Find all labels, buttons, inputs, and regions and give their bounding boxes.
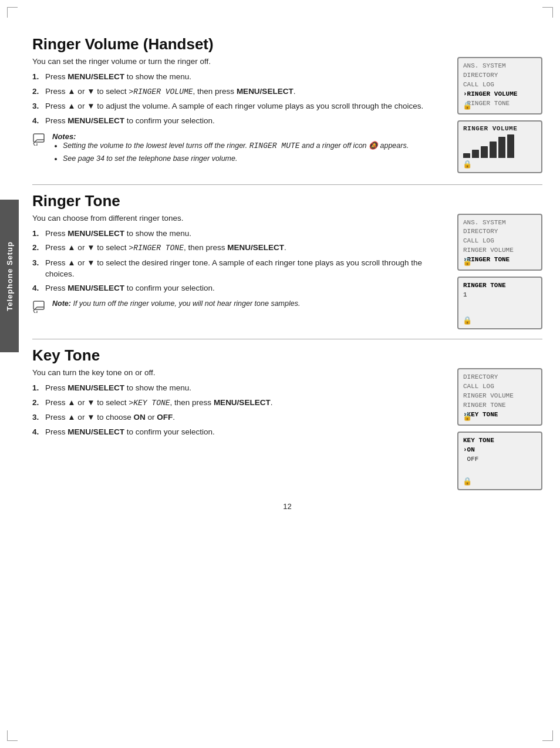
- ringer-tone-screenshots: ANS. SYSTEM DIRECTORY CALL LOG RINGER VO…: [457, 214, 542, 330]
- ringer-volume-instructions: You can set the ringer volume or turn th…: [32, 57, 447, 175]
- rt-screen1-line5: ›RINGER TONE: [463, 255, 537, 265]
- ringer-tone-step-1: 1. Press MENU/SELECT to show the menu.: [32, 228, 447, 240]
- notes-label: Notes:: [52, 132, 76, 141]
- note-pencil-icon: [32, 133, 49, 146]
- kt-screen2-off: OFF: [463, 455, 537, 464]
- ringer-tone-note: Note: If you turn off the ringer volume,…: [52, 299, 300, 309]
- key-tone-desc: You can turn the key tone on or off.: [32, 368, 447, 377]
- ringer-tone-section: Ringer Tone You can choose from differen…: [32, 192, 542, 330]
- ringer-tone-body: You can choose from different ringer ton…: [32, 214, 542, 330]
- ringer-tone-step-4: 4. Press MENU/SELECT to confirm your sel…: [32, 283, 447, 294]
- bullet-1: Setting the volume to the lowest level t…: [63, 141, 409, 151]
- bar-6: [507, 134, 514, 158]
- kt-screen2-on: ›ON: [463, 446, 537, 455]
- rt-screen2-title: RINGER TONE: [463, 281, 537, 291]
- ringer-tone-note-block: Note: If you turn off the ringer volume,…: [32, 299, 447, 313]
- sidebar-tab: Telephone Setup: [0, 200, 19, 352]
- rt-screen1-line3: CALL LOG: [463, 237, 537, 246]
- ringer-tone-screen1: ANS. SYSTEM DIRECTORY CALL LOG RINGER VO…: [457, 214, 542, 271]
- bar-5: [498, 137, 505, 158]
- screen1-line2: DIRECTORY: [463, 71, 537, 80]
- volume-bar-chart: [463, 134, 537, 158]
- page: Telephone Setup Ringer Volume (Handset) …: [0, 0, 560, 748]
- key-tone-screen2: KEY TONE ›ON OFF 🔒: [457, 432, 542, 490]
- ringer-volume-bullets: Setting the volume to the lowest level t…: [52, 141, 409, 164]
- ringer-tone-step-3: 3. Press ▲ or ▼ to select the desired ri…: [32, 258, 447, 280]
- note-pencil-icon-2: [32, 300, 49, 313]
- ringer-volume-screenshots: ANS. SYSTEM DIRECTORY CALL LOG ›RINGER V…: [457, 57, 542, 175]
- corner-mark-br: [542, 730, 553, 741]
- ringer-tone-steps: 1. Press MENU/SELECT to show the menu. 2…: [32, 228, 447, 295]
- kt-screen1-line4: RINGER TONE: [463, 401, 537, 410]
- screen1-line1: ANS. SYSTEM: [463, 62, 537, 71]
- bar-1: [463, 153, 470, 158]
- rt-screen2-value: 1: [463, 291, 537, 300]
- key-tone-screen1: DIRECTORY CALL LOG RINGER VOLUME RINGER …: [457, 368, 542, 426]
- kt-screen1-line1: DIRECTORY: [463, 373, 537, 382]
- bar-4: [490, 141, 497, 158]
- bar-3: [481, 146, 488, 158]
- main-content: Ringer Volume (Handset) You can set the …: [32, 23, 542, 511]
- ringer-tone-step-2: 2. Press ▲ or ▼ to select >RINGER TONE, …: [32, 242, 447, 254]
- key-tone-step-4: 4. Press MENU/SELECT to confirm your sel…: [32, 427, 447, 438]
- ringer-volume-step-1: 1. Press MENU/SELECT to show the menu.: [32, 72, 447, 83]
- key-tone-screenshots: DIRECTORY CALL LOG RINGER VOLUME RINGER …: [457, 368, 542, 490]
- svg-rect-0: [33, 134, 44, 142]
- ringer-volume-desc: You can set the ringer volume or turn th…: [32, 57, 447, 66]
- key-tone-body: You can turn the key tone on or off. 1. …: [32, 368, 542, 490]
- key-tone-step-2: 2. Press ▲ or ▼ to select >KEY TONE, the…: [32, 397, 447, 409]
- ringer-volume-notes-content: Notes: Setting the volume to the lowest …: [52, 132, 409, 169]
- sidebar-label: Telephone Setup: [5, 241, 14, 311]
- key-tone-steps: 1. Press MENU/SELECT to show the menu. 2…: [32, 383, 447, 438]
- divider-1: [32, 184, 542, 185]
- divider-2: [32, 339, 542, 339]
- lock-icon-2: 🔒: [463, 160, 472, 169]
- ringer-volume-title: Ringer Volume (Handset): [32, 35, 542, 53]
- key-tone-section: Key Tone You can turn the key tone on or…: [32, 346, 542, 490]
- rt-screen1-line2: DIRECTORY: [463, 227, 537, 237]
- key-tone-step-1: 1. Press MENU/SELECT to show the menu.: [32, 383, 447, 394]
- screen1-line4: ›RINGER VOLUME: [463, 90, 537, 99]
- key-tone-instructions: You can turn the key tone on or off. 1. …: [32, 368, 447, 490]
- kt-screen2-title: KEY TONE: [463, 436, 537, 446]
- bar-2: [472, 150, 479, 158]
- ringer-volume-steps: 1. Press MENU/SELECT to show the menu. 2…: [32, 72, 447, 127]
- ringer-tone-instructions: You can choose from different ringer ton…: [32, 214, 447, 330]
- ringer-volume-step-2: 2. Press ▲ or ▼ to select >RINGER VOLUME…: [32, 86, 447, 97]
- ringer-tone-desc: You can choose from different ringer ton…: [32, 214, 447, 223]
- corner-mark-bl: [7, 730, 18, 741]
- lock-icon-6: 🔒: [463, 477, 472, 486]
- kt-screen1-line2: CALL LOG: [463, 382, 537, 392]
- corner-mark-tl: [7, 7, 18, 18]
- rt-screen1-line4: RINGER VOLUME: [463, 246, 537, 255]
- key-tone-title: Key Tone: [32, 346, 542, 365]
- lock-icon-1: 🔒: [463, 101, 472, 110]
- ringer-volume-step-4: 4. Press MENU/SELECT to confirm your sel…: [32, 116, 447, 127]
- key-tone-step-3: 3. Press ▲ or ▼ to choose ON or OFF.: [32, 412, 447, 423]
- lock-icon-4: 🔒: [463, 316, 472, 325]
- ringer-volume-screen1: ANS. SYSTEM DIRECTORY CALL LOG ›RINGER V…: [457, 57, 542, 114]
- kt-screen1-line5: ›KEY TONE: [463, 410, 537, 420]
- screen1-line5: RINGER TONE: [463, 99, 537, 109]
- ringer-volume-screen2: RINGER VOLUME 🔒: [457, 120, 542, 173]
- ringer-tone-screen2: RINGER TONE 1 🔒: [457, 277, 542, 329]
- bullet-2: See page 34 to set the telephone base ri…: [63, 154, 409, 164]
- lock-icon-5: 🔒: [463, 412, 472, 422]
- ringer-volume-notes-block: Notes: Setting the volume to the lowest …: [32, 132, 447, 169]
- lock-icon-3: 🔒: [463, 257, 472, 267]
- kt-screen1-line3: RINGER VOLUME: [463, 392, 537, 401]
- page-number: 12: [32, 502, 542, 511]
- ringer-volume-step-3: 3. Press ▲ or ▼ to adjust the volume. A …: [32, 101, 447, 112]
- volume-screen-title: RINGER VOLUME: [463, 125, 537, 132]
- ringer-tone-title: Ringer Tone: [32, 192, 542, 210]
- rt-screen1-line1: ANS. SYSTEM: [463, 218, 537, 228]
- ringer-volume-body: You can set the ringer volume or turn th…: [32, 57, 542, 175]
- screen1-line3: CALL LOG: [463, 80, 537, 90]
- svg-rect-3: [33, 301, 44, 309]
- corner-mark-tr: [542, 7, 553, 18]
- ringer-volume-section: Ringer Volume (Handset) You can set the …: [32, 35, 542, 175]
